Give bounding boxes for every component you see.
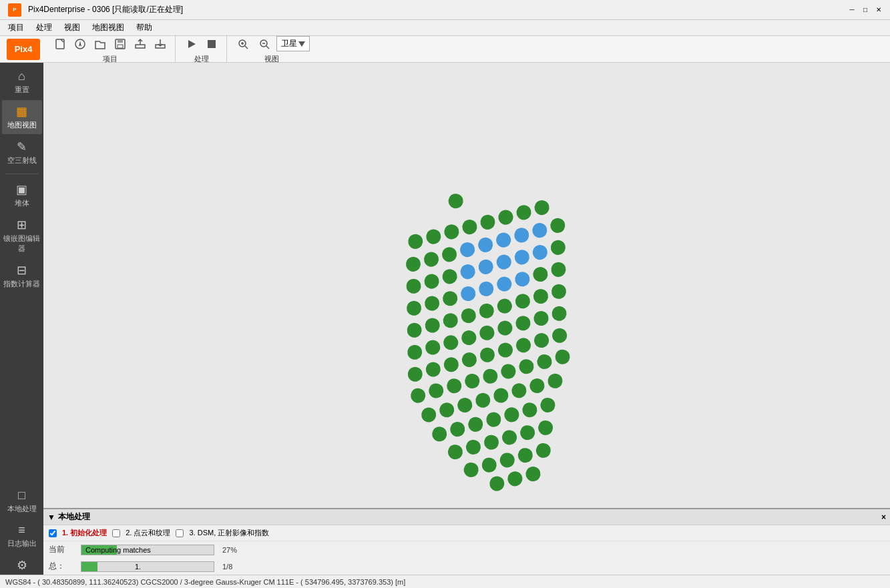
maximize-button[interactable]: □ — [859, 4, 871, 16]
mapview-icon: ▦ — [16, 104, 27, 119]
svg-point-31 — [423, 272, 441, 290]
svg-point-21 — [404, 255, 422, 273]
svg-point-29 — [549, 216, 567, 234]
svg-rect-0 — [56, 39, 64, 49]
svg-point-42 — [459, 285, 477, 303]
task1-checkbox[interactable] — [49, 529, 57, 537]
svg-point-90 — [528, 377, 546, 395]
task1-label: 1. 初始化处理 — [62, 528, 107, 538]
svg-point-80 — [499, 362, 517, 380]
sidebar-item-mapview[interactable]: ▦ 地图视图 — [2, 100, 42, 134]
map-canvas-area — [43, 63, 890, 508]
svg-point-55 — [531, 288, 549, 306]
svg-point-47 — [549, 260, 568, 278]
aerial-icon: ✎ — [17, 139, 27, 154]
toolbar-group-view: 卫星 视图 — [228, 35, 315, 64]
svg-marker-11 — [298, 41, 305, 47]
svg-point-15 — [443, 223, 461, 241]
svg-point-33 — [459, 263, 477, 281]
svg-point-43 — [477, 280, 495, 298]
panel-close-button[interactable]: × — [881, 513, 886, 522]
sidebar-item-volume[interactable]: ▣ 堆体 — [2, 178, 42, 212]
svg-point-82 — [535, 353, 553, 371]
svg-rect-3 — [118, 39, 123, 43]
task2-checkbox[interactable] — [112, 529, 120, 537]
svg-point-63 — [514, 314, 532, 332]
menu-item-project[interactable]: 项目 — [3, 21, 29, 35]
sidebar-label-index: 指数计算器 — [3, 279, 40, 289]
sidebar-item-index[interactable]: ⊟ 指数计算器 — [2, 259, 42, 293]
toolbar-btn-save[interactable] — [111, 35, 130, 53]
close-button[interactable]: ✕ — [873, 4, 885, 16]
total-value: 1. — [135, 563, 141, 571]
sidebar-item-log[interactable]: ≡ 日志输出 — [2, 519, 42, 553]
panel-header: ▼ 本地处理 × — [43, 509, 890, 525]
svg-point-16 — [461, 218, 479, 236]
toolbar-btn-new[interactable] — [51, 35, 69, 53]
menu-item-help[interactable]: 帮助 — [131, 21, 158, 35]
svg-point-106 — [480, 456, 498, 474]
toolbar-btn-import[interactable] — [151, 35, 170, 53]
svg-point-46 — [531, 266, 549, 284]
svg-point-24 — [459, 241, 477, 259]
panel-collapse-icon[interactable]: ▼ — [47, 513, 55, 522]
svg-point-102 — [501, 428, 519, 447]
svg-point-103 — [519, 424, 537, 442]
menu-item-view[interactable]: 视图 — [59, 21, 85, 35]
svg-point-101 — [483, 433, 501, 451]
task2-label: 2. 点云和纹理 — [126, 528, 170, 538]
svg-point-41 — [441, 290, 459, 308]
svg-point-110 — [488, 475, 506, 493]
svg-point-99 — [446, 443, 464, 461]
svg-point-111 — [506, 470, 524, 488]
svg-point-100 — [464, 438, 482, 456]
svg-marker-7 — [188, 40, 196, 48]
total-progress-bar: 1. — [81, 561, 214, 572]
menu-item-process[interactable]: 处理 — [31, 21, 57, 35]
svg-point-65 — [550, 304, 568, 322]
svg-point-88 — [492, 386, 510, 404]
svg-point-66 — [406, 365, 424, 383]
svg-point-19 — [515, 204, 533, 222]
svg-point-71 — [496, 341, 514, 359]
svg-point-98 — [539, 396, 557, 414]
svg-point-13 — [407, 232, 425, 250]
statusbar: WGS84 - ( 30.48350899, 111.36240523) CGC… — [0, 575, 890, 588]
svg-point-30 — [405, 277, 423, 295]
svg-point-64 — [532, 310, 550, 328]
minimize-button[interactable]: ─ — [846, 4, 858, 16]
svg-point-108 — [516, 447, 534, 465]
svg-point-68 — [442, 356, 460, 374]
task3-checkbox[interactable] — [176, 529, 184, 537]
toolbar-btn-stop[interactable] — [202, 35, 221, 53]
flight-path-visualization — [43, 63, 890, 508]
toolbar-btn-open[interactable] — [91, 35, 109, 53]
svg-point-60 — [460, 329, 478, 347]
svg-point-109 — [534, 441, 552, 459]
svg-point-37 — [531, 244, 549, 262]
toolbar-btn-nav[interactable] — [71, 35, 89, 53]
menu-item-mapview[interactable]: 地图视图 — [87, 21, 130, 35]
toolbar-group-project: 项目 — [45, 35, 176, 64]
total-label: 总： — [49, 561, 75, 572]
current-label: 当前 — [49, 544, 75, 555]
toolbar-btn-zoom-out[interactable] — [255, 35, 274, 53]
svg-point-27 — [513, 226, 531, 244]
toolbar-btn-zoom-in[interactable] — [234, 35, 252, 53]
total-progress-fill — [81, 562, 97, 571]
map-type-dropdown[interactable]: 卫星 — [276, 36, 310, 51]
sidebar-item-aerial[interactable]: ✎ 空三射线 — [2, 135, 42, 170]
current-progress-bar: Computing matches — [81, 545, 214, 555]
toolbar-btn-run[interactable] — [182, 35, 201, 53]
svg-point-53 — [495, 297, 513, 315]
sidebar-item-local[interactable]: □ 本地处理 — [2, 485, 42, 518]
svg-point-97 — [521, 401, 539, 419]
svg-point-48 — [405, 321, 423, 339]
titlebar: P Pix4Denterprise - 0306 [只能读取/正在处理] ─ □… — [0, 0, 890, 20]
sidebar-item-reset[interactable]: ⌂ 重置 — [2, 65, 42, 99]
app-logo: P — [8, 3, 21, 17]
toolbar-btn-export[interactable] — [131, 35, 150, 53]
sidebar-item-mosaic[interactable]: ⊞ 镶嵌图编辑器 — [2, 214, 42, 258]
svg-point-92 — [431, 425, 449, 443]
svg-point-58 — [424, 338, 442, 356]
